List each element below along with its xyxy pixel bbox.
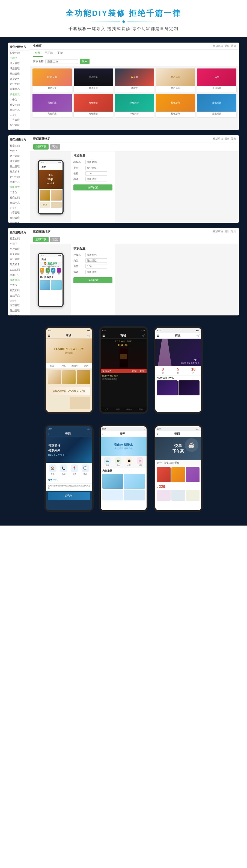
fashion-back[interactable]: ☰: [48, 334, 50, 337]
config-input-price[interactable]: [86, 172, 107, 176]
queen-product-1[interactable]: [157, 380, 178, 395]
fashion-nav-me[interactable]: 我的: [81, 363, 92, 368]
nav3-card[interactable]: 名片管理: [8, 246, 30, 252]
nav2-scene[interactable]: 场景管理: [8, 159, 30, 164]
search-button[interactable]: 搜索: [80, 59, 90, 64]
template-card-10[interactable]: 蓝色科技 蓝色科技: [197, 94, 237, 118]
inno-icon-box-4[interactable]: 💬: [82, 464, 89, 472]
download-btn[interactable]: 立即下载: [33, 144, 49, 150]
tab-downloaded[interactable]: 已下载: [42, 50, 55, 57]
wine-back[interactable]: ☰: [102, 334, 105, 337]
topbar-link-quit[interactable]: 退出: [231, 44, 236, 48]
nav-commerce[interactable]: 商用中心: [8, 87, 30, 92]
tea-mp-1[interactable]: [157, 490, 171, 501]
template-card-4[interactable]: 流行饰品 流行饰品: [156, 68, 195, 92]
fashion-product-1[interactable]: [48, 370, 61, 384]
template-card-9[interactable]: 橙色活力 橙色活力: [156, 94, 195, 118]
config-input-desc[interactable]: [86, 177, 107, 182]
nav-marketing[interactable]: 营销套餐: [8, 128, 30, 130]
nav2-commerce[interactable]: 商用中心: [8, 180, 30, 185]
inno-icon-box-1[interactable]: 🏠: [49, 464, 57, 472]
tea-more[interactable]: ⋯: [197, 433, 199, 435]
inno-icon-box-3[interactable]: 📍: [71, 464, 78, 472]
tea-mp-3[interactable]: [186, 490, 199, 501]
wine-nav-me[interactable]: 我的: [135, 407, 147, 412]
fashion-bp-2[interactable]: [70, 397, 90, 409]
template-card-6[interactable]: 紫色浪漫 紫色浪漫: [32, 94, 72, 118]
download-btn-3[interactable]: 立即下载: [33, 237, 49, 242]
fashion-cart[interactable]: 🛒: [87, 334, 90, 337]
nav2-ads[interactable]: 广告位: [8, 190, 30, 195]
tea-product-1[interactable]: [157, 467, 171, 482]
topbar-link-2-audit[interactable]: 模板审核: [213, 137, 223, 141]
nav-content[interactable]: 内容管理: [8, 117, 30, 123]
nav2-content[interactable]: 内容管理: [8, 210, 30, 215]
nav2-card[interactable]: 名片管理: [8, 154, 30, 159]
nav2-social[interactable]: 社交功能: [8, 195, 30, 200]
mt-more-2[interactable]: [124, 490, 145, 500]
search-input[interactable]: [45, 59, 78, 64]
config-input-type-3[interactable]: [86, 258, 107, 263]
nav3-template[interactable]: 模板样式: [8, 278, 30, 283]
nav3-commerce[interactable]: 商用中心: [8, 272, 30, 278]
nav-biz[interactable]: 营业管理: [8, 71, 30, 76]
mountain-back[interactable]: ‹: [102, 433, 103, 435]
nav3-content[interactable]: 内容管理: [8, 303, 30, 308]
nav-miniapp[interactable]: 小程序: [8, 56, 30, 61]
mt-rec-2[interactable]: [124, 474, 145, 489]
nav2-takeout[interactable]: 外卖销售: [8, 169, 30, 174]
mt-rec-1[interactable]: [102, 474, 123, 489]
queen-cart[interactable]: 🛒: [196, 334, 199, 337]
mt-icon-box-3[interactable]: 🏔: [126, 457, 132, 464]
nav2-template[interactable]: 模板样式: [8, 185, 30, 190]
nav2-miniapp[interactable]: 小程序: [8, 149, 30, 154]
nav3-ads[interactable]: 广告位: [8, 283, 30, 288]
nav3-takeout[interactable]: 外卖销售: [8, 262, 30, 267]
nav-ads[interactable]: 广告位: [8, 97, 30, 102]
config-input-desc-3[interactable]: [86, 270, 107, 274]
template-card-2[interactable]: 暗色商务 商务男装: [73, 68, 113, 92]
topbar-link-3-logout[interactable]: 退出: [225, 230, 229, 233]
wine-nav-cart[interactable]: 购物车: [124, 407, 135, 412]
template-card-7[interactable]: 红色热情 红色热情: [73, 94, 113, 118]
mini-phone-back-3[interactable]: ‹: [40, 258, 41, 261]
preview-btn-3[interactable]: 预览: [50, 237, 60, 242]
topbar-link-logout[interactable]: 退出: [225, 44, 229, 48]
tea-product-2[interactable]: [172, 467, 185, 482]
nav-enterprise[interactable]: 企业功能: [8, 82, 30, 87]
fashion-nav-goods[interactable]: 下载: [58, 363, 69, 368]
nav2-search[interactable]: 检索功能: [8, 143, 30, 149]
nav-products[interactable]: 合成产品: [8, 107, 30, 113]
topbar-link-3-quit[interactable]: 退出: [231, 230, 236, 233]
config-input-name[interactable]: [86, 160, 107, 164]
nav-takeout[interactable]: 外卖销售: [8, 76, 30, 82]
nav2-marketing[interactable]: 营销套餐: [8, 220, 30, 223]
fashion-nav-cart[interactable]: 购物车: [69, 363, 81, 368]
fashion-nav-home[interactable]: 首页: [46, 363, 58, 368]
config-save-btn[interactable]: 保存配置: [73, 184, 113, 190]
nav3-social[interactable]: 社交功能: [8, 288, 30, 293]
config-input-price-3[interactable]: [86, 264, 107, 269]
nav3-marketing[interactable]: 营销套餐: [8, 313, 30, 315]
nav2-enterprise[interactable]: 企业功能: [8, 174, 30, 180]
innovation-back[interactable]: ‹: [48, 433, 49, 435]
template-card-1[interactable]: 时尚女装 时尚女装: [32, 68, 72, 92]
fashion-bp-1[interactable]: [48, 397, 68, 409]
nav2-industry[interactable]: 行业管理: [8, 215, 30, 220]
nav-template[interactable]: 模板样式: [8, 92, 30, 97]
nav3-scene[interactable]: 场景管理: [8, 252, 30, 257]
fashion-product-2[interactable]: [62, 370, 75, 384]
wine-nav-goods[interactable]: 商品: [112, 407, 124, 412]
wine-cart[interactable]: 🛒: [142, 334, 145, 337]
nav3-biz[interactable]: 营业管理: [8, 257, 30, 262]
nav3-miniapp[interactable]: 小程序: [8, 241, 30, 246]
nav3-industry[interactable]: 行业管理: [8, 308, 30, 313]
preview-btn[interactable]: 预览: [50, 144, 60, 150]
tab-all[interactable]: 全部: [33, 50, 42, 57]
template-card-5[interactable]: 热促 促销活动: [197, 68, 237, 92]
tab-offline[interactable]: 下架: [55, 50, 65, 57]
fashion-product-3[interactable]: [77, 370, 90, 384]
tea-back[interactable]: ‹: [157, 433, 158, 435]
mt-icon-box-4[interactable]: 🛏: [137, 457, 143, 464]
mt-icon-box-1[interactable]: 🏊: [104, 457, 111, 464]
